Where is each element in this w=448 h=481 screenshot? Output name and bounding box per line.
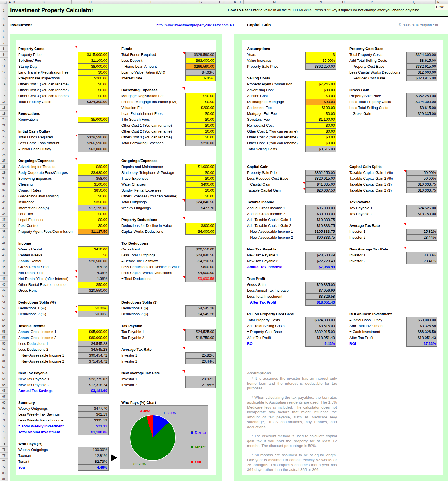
value-cell[interactable]: $1,000.00	[185, 164, 216, 170]
row-number[interactable]: 80	[0, 470, 8, 476]
row-number[interactable]: 50	[0, 293, 8, 299]
row-number[interactable]: 31	[0, 181, 8, 187]
row-number[interactable]: 19	[0, 111, 8, 117]
row-number[interactable]: 32	[0, 187, 8, 193]
row-number[interactable]: 79	[0, 464, 8, 470]
value-cell[interactable]: $315,000.00	[78, 52, 109, 58]
column-header[interactable]: N	[305, 0, 336, 4]
row-number[interactable]: 59	[0, 346, 8, 352]
row-number[interactable]: 6	[0, 34, 8, 40]
column-header[interactable]: J	[227, 0, 232, 4]
row-number[interactable]: 12	[0, 69, 8, 75]
row-number[interactable]: 70	[0, 411, 8, 417]
row-number[interactable]: 73	[0, 429, 8, 435]
column-header[interactable]: I	[221, 0, 227, 4]
row-number[interactable]: 26	[0, 152, 8, 158]
row-number[interactable]: 74	[0, 435, 8, 441]
value-cell[interactable]: $0.00	[185, 128, 216, 135]
row-number[interactable]: 81	[0, 476, 8, 481]
row-number[interactable]: 15	[0, 87, 8, 93]
row-number[interactable]: 58	[0, 341, 8, 346]
value-cell[interactable]: 6.45%	[185, 75, 216, 81]
row-number[interactable]: 1	[0, 4, 8, 16]
row-number[interactable]: 17	[0, 99, 8, 105]
value-cell[interactable]: $90.00	[185, 93, 216, 99]
website-link[interactable]: http://www.investmentpropertycalculator.…	[152, 22, 239, 28]
value-cell[interactable]: $0.00	[185, 134, 216, 140]
row-number[interactable]: 69	[0, 405, 8, 411]
column-header[interactable]: O	[336, 0, 351, 4]
column-header[interactable]: P	[351, 0, 393, 4]
column-header[interactable]: M	[244, 0, 305, 4]
value-cell[interactable]: $0.00	[305, 122, 336, 129]
row-number[interactable]: 61	[0, 358, 8, 364]
value-cell[interactable]: $0.00	[78, 217, 109, 223]
row-number[interactable]: 43	[0, 252, 8, 258]
value-cell[interactable]: $5,000.00	[78, 117, 109, 123]
row-number[interactable]: 13	[0, 75, 8, 81]
row-number[interactable]: 21	[0, 122, 8, 128]
row-number[interactable]: 48	[0, 282, 8, 288]
value-cell[interactable]: $0.00	[185, 175, 216, 182]
row-number[interactable]: 36	[0, 211, 8, 217]
row-number[interactable]: 20	[0, 117, 8, 122]
row-number[interactable]: 40	[0, 234, 8, 240]
column-header[interactable]: G	[185, 0, 216, 4]
value-cell[interactable]: $0.00	[78, 193, 109, 199]
row-number[interactable]: 38	[0, 223, 8, 229]
row-number[interactable]: 77	[0, 453, 8, 459]
row-number[interactable]: 68	[0, 400, 8, 405]
row-number[interactable]: 25	[0, 146, 8, 152]
value-cell[interactable]: $850.00	[78, 187, 109, 193]
row-number[interactable]: 52	[0, 305, 8, 311]
row-number[interactable]: 37	[0, 217, 8, 223]
value-cell[interactable]: $0.00	[305, 93, 336, 99]
row-number[interactable]: 47	[0, 276, 8, 282]
row-number[interactable]: 28	[0, 164, 8, 170]
row-number[interactable]: 24	[0, 140, 8, 146]
row-number[interactable]: 5	[0, 28, 8, 34]
row-number[interactable]: 53	[0, 311, 8, 317]
row-number[interactable]: 42	[0, 246, 8, 252]
row-number[interactable]: 76	[0, 447, 8, 453]
row-number[interactable]: 75	[0, 441, 8, 447]
row-number[interactable]: 55	[0, 323, 8, 329]
value-cell[interactable]: $200.00	[78, 75, 109, 81]
value-cell[interactable]: $7,245.00	[305, 81, 336, 87]
column-header[interactable]: K	[232, 0, 238, 4]
column-header[interactable]: R	[436, 0, 441, 4]
row-number[interactable]: 29	[0, 170, 8, 175]
value-cell[interactable]: $90.00	[305, 99, 336, 105]
column-header[interactable]: L	[238, 0, 244, 4]
row-number[interactable]: 49	[0, 288, 8, 293]
value-cell[interactable]: $0.00	[305, 128, 336, 135]
row-number[interactable]: 46	[0, 270, 8, 276]
value-cell[interactable]: $350.00	[78, 199, 109, 205]
value-cell[interactable]: $4,000.00	[185, 229, 216, 235]
column-header[interactable]: F	[118, 0, 185, 4]
value-cell[interactable]: $0.00	[305, 134, 336, 140]
value-cell[interactable]: $0.00	[78, 211, 109, 217]
row-number[interactable]: 9	[0, 52, 8, 58]
row-number[interactable]: 3	[0, 16, 8, 22]
value-cell[interactable]: $0.00	[78, 223, 109, 229]
value-cell[interactable]: 3	[305, 52, 336, 58]
row-number[interactable]: 54	[0, 317, 8, 323]
row-number[interactable]: 44	[0, 258, 8, 264]
value-cell[interactable]: $0.00	[78, 93, 109, 99]
value-cell[interactable]: $0.00	[185, 111, 216, 117]
row-number[interactable]: 33	[0, 193, 8, 199]
row-number[interactable]: 23	[0, 134, 8, 140]
column-header[interactable]: E	[109, 0, 118, 4]
row-number[interactable]: 51	[0, 299, 8, 305]
column-header[interactable]: C	[16, 0, 72, 4]
value-cell[interactable]: $800.00	[185, 223, 216, 229]
value-cell[interactable]: $0.00	[185, 99, 216, 105]
row-number[interactable]: 22	[0, 128, 8, 134]
row-number[interactable]: 7	[0, 40, 8, 46]
value-cell[interactable]: $0.00	[185, 193, 216, 199]
value-cell[interactable]: $266,590.00	[185, 63, 216, 70]
value-cell[interactable]: $50.00	[78, 282, 109, 288]
row-number[interactable]: 10	[0, 58, 8, 63]
value-cell[interactable]: $1,127.50	[78, 229, 109, 235]
